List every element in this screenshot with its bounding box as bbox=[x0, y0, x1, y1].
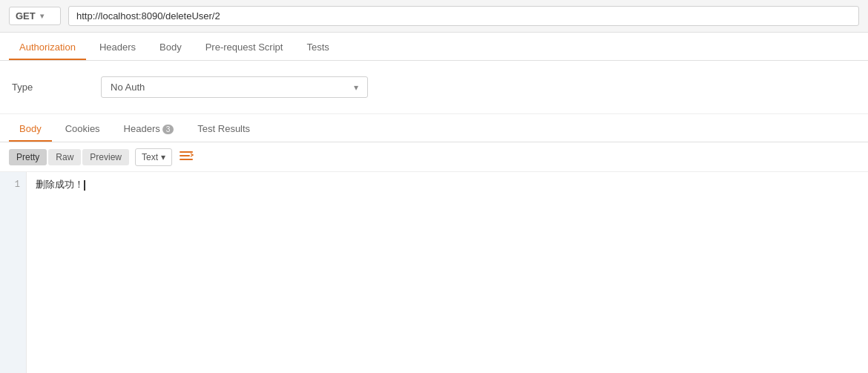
auth-dropdown-chevron-icon: ▾ bbox=[354, 82, 358, 93]
url-bar: GET ▾ bbox=[0, 0, 868, 33]
text-cursor bbox=[84, 180, 85, 191]
pretty-button[interactable]: Pretty bbox=[9, 149, 47, 165]
tab-headers[interactable]: Headers bbox=[89, 36, 146, 60]
response-tab-body[interactable]: Body bbox=[9, 117, 52, 142]
headers-badge: 3 bbox=[162, 125, 174, 134]
response-tab-testresults[interactable]: Test Results bbox=[187, 117, 260, 142]
response-tab-headers[interactable]: Headers3 bbox=[114, 117, 185, 142]
body-toolbar: Pretty Raw Preview Text ▾ bbox=[0, 142, 868, 172]
text-format-label: Text bbox=[142, 152, 158, 162]
line-numbers: 1 bbox=[0, 172, 27, 373]
tab-body[interactable]: Body bbox=[149, 36, 192, 60]
response-tab-headers-label: Headers bbox=[124, 123, 160, 134]
svg-rect-2 bbox=[180, 159, 193, 160]
tab-prerequest[interactable]: Pre-request Script bbox=[195, 36, 294, 60]
response-text: 删除成功！ bbox=[36, 179, 84, 191]
code-content[interactable]: 删除成功！ bbox=[27, 172, 868, 373]
svg-rect-0 bbox=[180, 151, 193, 153]
word-wrap-icon[interactable] bbox=[180, 150, 194, 165]
raw-button[interactable]: Raw bbox=[48, 149, 81, 165]
tab-tests[interactable]: Tests bbox=[296, 36, 339, 60]
preview-button[interactable]: Preview bbox=[82, 149, 129, 165]
auth-section: Type No Auth ▾ bbox=[0, 61, 868, 114]
response-body: 1 删除成功！ bbox=[0, 172, 868, 373]
text-format-chevron-icon: ▾ bbox=[161, 152, 165, 162]
text-format-dropdown[interactable]: Text ▾ bbox=[135, 148, 172, 166]
response-tabs: Body Cookies Headers3 Test Results bbox=[0, 114, 868, 142]
line-number-1: 1 bbox=[6, 178, 20, 192]
method-label: GET bbox=[16, 10, 36, 22]
url-input[interactable] bbox=[68, 6, 859, 26]
response-tab-cookies[interactable]: Cookies bbox=[55, 117, 111, 142]
auth-dropdown-value: No Auth bbox=[111, 82, 145, 93]
tab-authorization[interactable]: Authorization bbox=[9, 36, 86, 60]
auth-type-label: Type bbox=[12, 82, 101, 93]
request-tabs: Authorization Headers Body Pre-request S… bbox=[0, 33, 868, 61]
svg-rect-1 bbox=[180, 155, 190, 156]
auth-type-dropdown[interactable]: No Auth ▾ bbox=[101, 76, 368, 98]
method-selector[interactable]: GET ▾ bbox=[9, 7, 61, 25]
method-chevron-icon: ▾ bbox=[40, 12, 44, 20]
